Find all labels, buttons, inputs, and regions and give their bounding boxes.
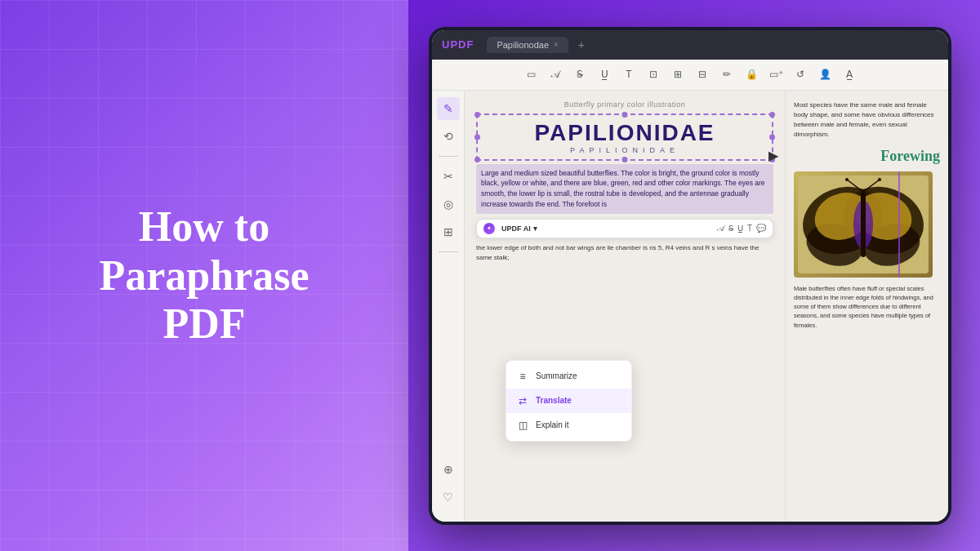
ai-menu-summarize[interactable]: ≡ Summarize [506, 364, 631, 389]
selection-handle-ml [474, 134, 480, 140]
right-text-top: Most species have the same male and fema… [794, 100, 940, 140]
toolbar-icon-rotate[interactable]: ↺ [791, 65, 809, 83]
butterfly-svg [798, 176, 929, 273]
content-area: ✎ ⟲ ✂ ◎ ⊞ ⊕ ♡ Butterfly prim [432, 91, 948, 522]
summarize-label: Summarize [536, 371, 577, 380]
ai-tool-underline[interactable]: U̲ [737, 224, 743, 233]
explain-label: Explain it [536, 420, 569, 429]
ai-chevron[interactable]: ▾ [533, 224, 537, 233]
selection-handle-tm [622, 112, 628, 118]
sidebar-bottom: ⊕ ♡ [437, 458, 460, 515]
toolbar-icon-font[interactable]: 𝒜 [546, 65, 564, 83]
toolbar-icon-textbox[interactable]: ⊡ [644, 65, 662, 83]
main-toolbar: ▭ 𝒜 S̶ U̲ T ⊡ ⊞ ⊟ ✏ 🔒 ▭⁺ ↺ 👤 A̲ [432, 60, 948, 91]
tab-close-button[interactable]: × [554, 40, 559, 49]
ai-menu-explain[interactable]: ◫ Explain it [506, 413, 631, 438]
ai-tool-comment[interactable]: 💬 [756, 224, 766, 233]
new-tab-button[interactable]: + [578, 38, 585, 51]
app-tab[interactable]: Papilionodae × [487, 37, 568, 53]
sidebar-icon-crop[interactable]: ✂ [437, 165, 460, 188]
toolbar-icon-lock[interactable]: 🔒 [742, 65, 760, 83]
hero-text: How to Paraphrase PDF [66, 202, 341, 349]
translate-label: Translate [536, 396, 572, 405]
right-lower-text: Male butterflies often have fluff or spe… [794, 284, 940, 330]
sidebar-icon-bookmark[interactable]: ♡ [437, 486, 460, 509]
toolbar-icon-add-shape[interactable]: ▭⁺ [767, 65, 785, 83]
tablet-inner: UPDF Papilionodae × + ▭ 𝒜 S̶ U̲ T ⊡ ⊞ ⊟ … [432, 30, 948, 522]
svg-point-12 [878, 178, 881, 181]
sidebar-divider-1 [439, 156, 458, 157]
ai-tool-font[interactable]: 𝒜 [717, 224, 724, 233]
ai-toolbar-icons: 𝒜 S̶ U̲ T 💬 [717, 224, 766, 233]
selection-handle-bl [474, 157, 480, 162]
sidebar-icon-edit[interactable]: ✎ [437, 97, 460, 120]
papilionidae-sub: PAPILIONIDAE [486, 146, 764, 154]
ai-icon: ✦ [483, 223, 495, 234]
updf-logo: UPDF [442, 38, 474, 51]
ai-tool-strikethrough[interactable]: S̶ [728, 224, 733, 233]
page-left: Butterfly primary color illustration [465, 91, 785, 522]
right-panel: UPDF Papilionodae × + ▭ 𝒜 S̶ U̲ T ⊡ ⊞ ⊟ … [408, 0, 980, 551]
cursor-arrow: ▶ [768, 148, 778, 163]
sidebar-icon-rotate[interactable]: ⟲ [437, 125, 460, 148]
title-box[interactable]: PAPILIONIDAE PAPILIONIDAE ▶ [476, 113, 773, 161]
page-content: Butterfly primary color illustration [465, 91, 948, 522]
selection-handle-bm [622, 157, 628, 162]
heading-line3: PDF [163, 300, 245, 347]
ai-label: UPDF AI ▾ [501, 224, 537, 233]
explain-icon: ◫ [516, 419, 529, 432]
toolbar-icon-table[interactable]: ⊞ [669, 65, 687, 83]
selection-handle-tr [769, 112, 775, 118]
selection-handle-mr [769, 134, 775, 140]
summarize-icon: ≡ [516, 370, 529, 383]
tablet-frame: UPDF Papilionodae × + ▭ 𝒜 S̶ U̲ T ⊡ ⊞ ⊟ … [429, 27, 951, 525]
sidebar-icon-layers[interactable]: ⊕ [437, 458, 460, 481]
toolbar-icon-strikethrough[interactable]: S̶ [571, 65, 589, 83]
sidebar-icon-ocr[interactable]: ◎ [437, 193, 460, 216]
top-bar: UPDF Papilionodae × + [432, 30, 948, 60]
sidebar-left: ✎ ⟲ ✂ ◎ ⊞ ⊕ ♡ [432, 91, 465, 522]
sidebar-divider-2 [439, 251, 458, 252]
toolbar-icon-text[interactable]: T [620, 65, 638, 83]
sidebar-icon-pages[interactable]: ⊞ [437, 220, 460, 243]
svg-rect-8 [861, 192, 866, 257]
ai-menu-translate[interactable]: ⇄ Translate [506, 389, 631, 413]
butterfly-subtitle: Butterfly primary color illustration [476, 100, 773, 109]
ai-tool-text[interactable]: T [747, 224, 752, 233]
ai-label-text: UPDF AI [501, 224, 531, 233]
toolbar-icon-pen[interactable]: ✏ [718, 65, 736, 83]
toolbar-icon-underline[interactable]: U̲ [595, 65, 613, 83]
ai-dropdown-menu: ≡ Summarize ⇄ Translate ◫ Explain it [506, 360, 632, 442]
toolbar-icon-user[interactable]: 👤 [816, 65, 834, 83]
toolbar-icon-shape[interactable]: ▭ [522, 65, 540, 83]
svg-point-11 [845, 178, 849, 181]
tab-name: Papilionodae [497, 40, 549, 50]
toolbar-icon-color[interactable]: A̲ [840, 65, 858, 83]
purple-vertical-line [898, 171, 900, 278]
translate-icon: ⇄ [516, 394, 529, 407]
heading-line2: Paraphrase [99, 252, 309, 299]
butterfly-image [794, 171, 933, 278]
ai-toolbar[interactable]: ✦ UPDF AI ▾ 𝒜 S̶ U̲ T 💬 [476, 219, 773, 238]
toolbar-icon-list[interactable]: ⊟ [693, 65, 711, 83]
selection-handle-tl [474, 112, 480, 118]
selected-text-block[interactable]: Large and medium sized beautiful butterf… [476, 164, 773, 214]
lower-left-text: the lower edge of both and not bar wings… [476, 243, 773, 263]
left-panel: How to Paraphrase PDF [0, 0, 408, 551]
page-right: Most species have the same male and fema… [785, 91, 948, 522]
heading-line1: How to [139, 203, 270, 250]
papilionidae-title: PAPILIONIDAE [486, 120, 764, 146]
text-content: Large and medium sized beautiful butterf… [481, 169, 765, 208]
forewing-label: Forewing [794, 148, 940, 165]
